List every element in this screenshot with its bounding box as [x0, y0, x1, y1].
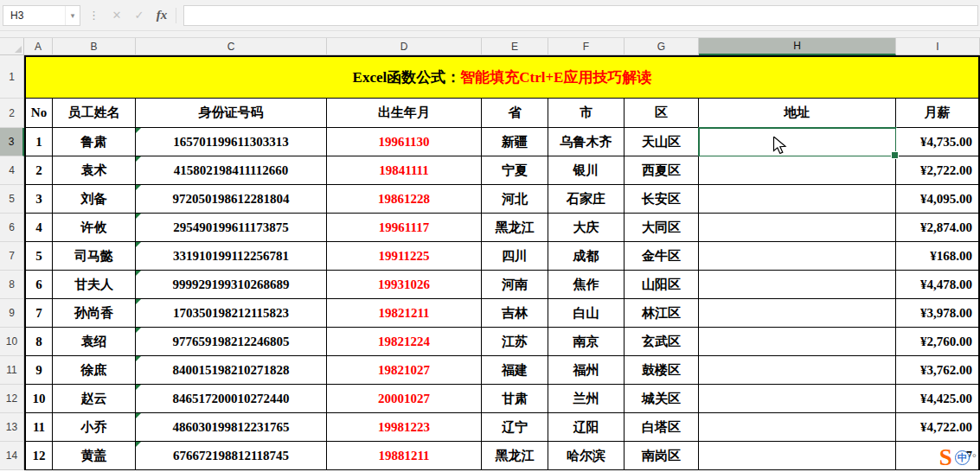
- cell-D6[interactable]: 19961117: [327, 214, 482, 242]
- cell-G6[interactable]: 大同区: [625, 214, 699, 242]
- cell-I11[interactable]: ¥3,762.00: [896, 356, 980, 385]
- cell-D14[interactable]: 19881211: [327, 442, 482, 470]
- cell-F4[interactable]: 银川: [548, 156, 625, 185]
- cell-G4[interactable]: 西夏区: [625, 156, 699, 185]
- cell-H3[interactable]: [699, 128, 896, 156]
- cell-G11[interactable]: 鼓楼区: [625, 356, 699, 385]
- cell-E6[interactable]: 黑龙江: [482, 214, 548, 242]
- formula-input[interactable]: [183, 5, 978, 26]
- cell-D9[interactable]: 19821211: [327, 299, 482, 328]
- cell-C2[interactable]: 身份证号码: [136, 99, 327, 128]
- cell-I13[interactable]: ¥4,722.00: [896, 413, 980, 442]
- cell-I3[interactable]: ¥4,735.00: [896, 128, 980, 156]
- cell-H12[interactable]: [699, 385, 896, 413]
- cell-D10[interactable]: 19821224: [327, 328, 482, 356]
- select-all-button[interactable]: [0, 38, 24, 55]
- row-header-10[interactable]: 10: [0, 328, 24, 356]
- cell-A3[interactable]: 1: [24, 128, 53, 156]
- cell-A5[interactable]: 3: [24, 185, 53, 214]
- cell-A10[interactable]: 8: [24, 328, 53, 356]
- cell-F8[interactable]: 焦作: [548, 271, 625, 299]
- cell-B10[interactable]: 袁绍: [53, 328, 136, 356]
- cell-B13[interactable]: 小乔: [53, 413, 136, 442]
- cell-D4[interactable]: 19841111: [327, 156, 482, 185]
- cell-C3[interactable]: 165701199611303313: [136, 128, 327, 156]
- ime-fullwidth-icon[interactable]: °: [972, 451, 977, 464]
- cell-C6[interactable]: 295490199611173875: [136, 214, 327, 242]
- insert-function-button[interactable]: fx: [151, 5, 173, 26]
- cell-A8[interactable]: 6: [24, 271, 53, 299]
- cell-B3[interactable]: 鲁肃: [53, 128, 136, 156]
- ime-indicator[interactable]: S 中 °: [939, 446, 977, 469]
- cell-H13[interactable]: [699, 413, 896, 442]
- column-header-B[interactable]: B: [53, 38, 136, 55]
- cell-F3[interactable]: 乌鲁木齐: [548, 128, 625, 156]
- row-header-2[interactable]: 2: [0, 99, 24, 128]
- cell-I8[interactable]: ¥4,478.00: [896, 271, 980, 299]
- column-header-G[interactable]: G: [625, 38, 699, 55]
- cell-F5[interactable]: 石家庄: [548, 185, 625, 214]
- cell-A4[interactable]: 2: [24, 156, 53, 185]
- cell-G10[interactable]: 玄武区: [625, 328, 699, 356]
- cell-H4[interactable]: [699, 156, 896, 185]
- cell-C11[interactable]: 840015198210271828: [136, 356, 327, 385]
- row-header-12[interactable]: 12: [0, 385, 24, 413]
- cell-F9[interactable]: 白山: [548, 299, 625, 328]
- cell-G8[interactable]: 山阳区: [625, 271, 699, 299]
- cell-E3[interactable]: 新疆: [482, 128, 548, 156]
- title-banner-cell[interactable]: Excel函数公式：智能填充Ctrl+E应用技巧解读: [24, 55, 980, 99]
- cell-I7[interactable]: ¥168.00: [896, 242, 980, 271]
- cell-G14[interactable]: 南岗区: [625, 442, 699, 470]
- cell-D2[interactable]: 出生年月: [327, 99, 482, 128]
- cell-F10[interactable]: 南京: [548, 328, 625, 356]
- cell-B9[interactable]: 孙尚香: [53, 299, 136, 328]
- cell-G7[interactable]: 金牛区: [625, 242, 699, 271]
- column-header-E[interactable]: E: [482, 38, 548, 55]
- cell-C4[interactable]: 415802198411112660: [136, 156, 327, 185]
- name-box-dropdown-icon[interactable]: ▾: [65, 6, 80, 25]
- cell-E2[interactable]: 省: [482, 99, 548, 128]
- cell-E10[interactable]: 江苏: [482, 328, 548, 356]
- row-header-13[interactable]: 13: [0, 413, 24, 442]
- cell-A14[interactable]: 12: [24, 442, 53, 470]
- cell-A7[interactable]: 5: [24, 242, 53, 271]
- column-header-F[interactable]: F: [548, 38, 625, 55]
- cell-D3[interactable]: 19961130: [327, 128, 482, 156]
- cell-F6[interactable]: 大庆: [548, 214, 625, 242]
- enter-button[interactable]: ✓: [128, 5, 151, 26]
- cell-H6[interactable]: [699, 214, 896, 242]
- cell-H2[interactable]: 地址: [699, 99, 896, 128]
- cell-I10[interactable]: ¥2,760.00: [896, 328, 980, 356]
- cell-A12[interactable]: 10: [24, 385, 53, 413]
- cell-F12[interactable]: 兰州: [548, 385, 625, 413]
- cell-E4[interactable]: 宁夏: [482, 156, 548, 185]
- cell-D5[interactable]: 19861228: [327, 185, 482, 214]
- column-header-H[interactable]: H: [699, 38, 896, 55]
- cell-A2[interactable]: No: [24, 99, 53, 128]
- row-header-3[interactable]: 3: [0, 128, 24, 156]
- cell-C14[interactable]: 676672198812118745: [136, 442, 327, 470]
- cell-D8[interactable]: 19931026: [327, 271, 482, 299]
- cell-B5[interactable]: 刘备: [53, 185, 136, 214]
- cell-B14[interactable]: 黄盖: [53, 442, 136, 470]
- row-header-14[interactable]: 14: [0, 442, 24, 470]
- cell-F13[interactable]: 辽阳: [548, 413, 625, 442]
- column-header-D[interactable]: D: [327, 38, 482, 55]
- cell-H7[interactable]: [699, 242, 896, 271]
- row-header-6[interactable]: 6: [0, 214, 24, 242]
- cell-I2[interactable]: 月薪: [896, 99, 980, 128]
- cell-I12[interactable]: ¥4,425.00: [896, 385, 980, 413]
- cell-C5[interactable]: 972050198612281804: [136, 185, 327, 214]
- cell-A11[interactable]: 9: [24, 356, 53, 385]
- cell-C9[interactable]: 170350198212115823: [136, 299, 327, 328]
- cell-B8[interactable]: 甘夫人: [53, 271, 136, 299]
- ime-chinese-mode-icon[interactable]: 中: [955, 450, 970, 465]
- cell-E11[interactable]: 福建: [482, 356, 548, 385]
- cell-B2[interactable]: 员工姓名: [53, 99, 136, 128]
- cell-F2[interactable]: 市: [548, 99, 625, 128]
- cell-B7[interactable]: 司马懿: [53, 242, 136, 271]
- column-header-I[interactable]: I: [896, 38, 980, 55]
- cell-B4[interactable]: 袁术: [53, 156, 136, 185]
- cell-D7[interactable]: 19911225: [327, 242, 482, 271]
- row-header-7[interactable]: 7: [0, 242, 24, 271]
